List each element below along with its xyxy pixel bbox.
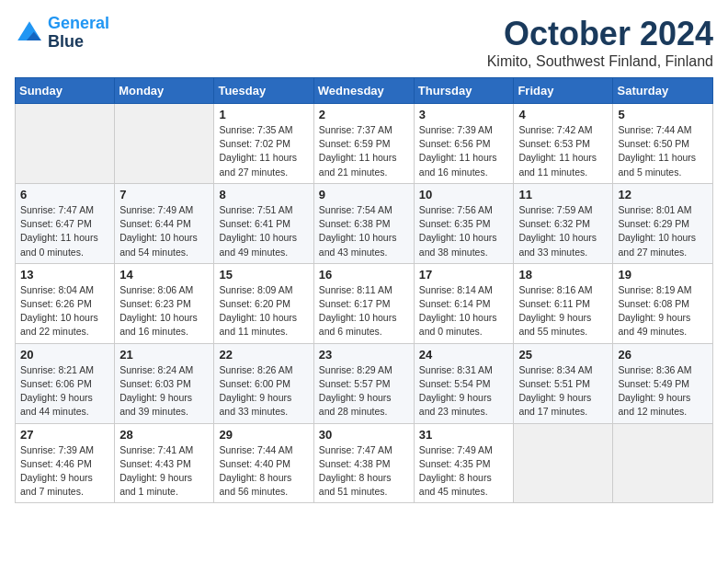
weekday-header-saturday: Saturday [613, 78, 713, 104]
day-number: 27 [20, 428, 109, 442]
day-number: 2 [319, 108, 409, 121]
calendar-table: SundayMondayTuesdayWednesdayThursdayFrid… [15, 77, 713, 503]
day-number: 29 [219, 428, 308, 442]
day-info: Sunrise: 7:44 AM Sunset: 6:50 PM Dayligh… [618, 123, 708, 179]
day-info: Sunrise: 7:37 AM Sunset: 6:59 PM Dayligh… [319, 123, 409, 179]
day-number: 31 [419, 428, 509, 442]
calendar-cell: 29Sunrise: 7:44 AM Sunset: 4:40 PM Dayli… [214, 423, 313, 503]
day-number: 24 [419, 348, 509, 362]
calendar-cell: 27Sunrise: 7:39 AM Sunset: 4:46 PM Dayli… [16, 423, 115, 503]
calendar-cell: 20Sunrise: 8:21 AM Sunset: 6:06 PM Dayli… [16, 343, 115, 423]
calendar-cell: 11Sunrise: 7:59 AM Sunset: 6:32 PM Dayli… [514, 183, 613, 263]
calendar-cell: 16Sunrise: 8:11 AM Sunset: 6:17 PM Dayli… [313, 263, 414, 343]
logo: General Blue [15, 15, 109, 52]
day-info: Sunrise: 7:39 AM Sunset: 4:46 PM Dayligh… [20, 443, 109, 500]
calendar-week-2: 6Sunrise: 7:47 AM Sunset: 6:47 PM Daylig… [16, 183, 713, 263]
day-number: 18 [518, 268, 608, 282]
page-header: General Blue October 2024 Kimito, Southw… [15, 15, 713, 70]
day-number: 25 [518, 348, 608, 362]
day-info: Sunrise: 8:34 AM Sunset: 5:51 PM Dayligh… [518, 363, 608, 419]
day-number: 15 [219, 268, 308, 282]
day-info: Sunrise: 7:54 AM Sunset: 6:38 PM Dayligh… [319, 203, 409, 259]
calendar-cell: 31Sunrise: 7:49 AM Sunset: 4:35 PM Dayli… [414, 423, 514, 503]
day-info: Sunrise: 8:19 AM Sunset: 6:08 PM Dayligh… [618, 283, 708, 339]
calendar-cell: 18Sunrise: 8:16 AM Sunset: 6:11 PM Dayli… [514, 263, 613, 343]
day-info: Sunrise: 7:41 AM Sunset: 4:43 PM Dayligh… [119, 443, 209, 500]
calendar-cell [16, 104, 115, 184]
weekday-header-sunday: Sunday [16, 78, 115, 104]
calendar-week-3: 13Sunrise: 8:04 AM Sunset: 6:26 PM Dayli… [16, 263, 713, 343]
calendar-cell: 14Sunrise: 8:06 AM Sunset: 6:23 PM Dayli… [115, 263, 214, 343]
day-info: Sunrise: 7:42 AM Sunset: 6:53 PM Dayligh… [518, 123, 608, 179]
day-number: 23 [319, 348, 409, 362]
calendar-cell: 3Sunrise: 7:39 AM Sunset: 6:56 PM Daylig… [414, 104, 514, 184]
calendar-cell: 23Sunrise: 8:29 AM Sunset: 5:57 PM Dayli… [313, 343, 414, 423]
day-number: 5 [618, 108, 708, 121]
day-number: 4 [518, 108, 608, 121]
day-number: 9 [319, 188, 409, 201]
day-info: Sunrise: 8:11 AM Sunset: 6:17 PM Dayligh… [319, 283, 409, 339]
calendar-cell: 10Sunrise: 7:56 AM Sunset: 6:35 PM Dayli… [414, 183, 514, 263]
calendar-cell: 22Sunrise: 8:26 AM Sunset: 6:00 PM Dayli… [214, 343, 313, 423]
day-number: 19 [618, 268, 708, 282]
logo-text: General Blue [48, 15, 109, 52]
day-number: 17 [419, 268, 509, 282]
calendar-cell: 5Sunrise: 7:44 AM Sunset: 6:50 PM Daylig… [613, 104, 713, 184]
calendar-cell: 8Sunrise: 7:51 AM Sunset: 6:41 PM Daylig… [214, 183, 313, 263]
weekday-header-tuesday: Tuesday [214, 78, 313, 104]
day-info: Sunrise: 8:21 AM Sunset: 6:06 PM Dayligh… [20, 363, 109, 419]
calendar-cell [613, 423, 713, 503]
day-info: Sunrise: 7:56 AM Sunset: 6:35 PM Dayligh… [419, 203, 509, 259]
day-number: 8 [219, 188, 308, 201]
day-number: 1 [219, 108, 308, 121]
calendar-cell: 15Sunrise: 8:09 AM Sunset: 6:20 PM Dayli… [214, 263, 313, 343]
day-info: Sunrise: 7:51 AM Sunset: 6:41 PM Dayligh… [219, 203, 308, 259]
day-number: 22 [219, 348, 308, 362]
day-info: Sunrise: 8:06 AM Sunset: 6:23 PM Dayligh… [119, 283, 209, 339]
day-info: Sunrise: 8:16 AM Sunset: 6:11 PM Dayligh… [518, 283, 608, 339]
calendar-cell: 12Sunrise: 8:01 AM Sunset: 6:29 PM Dayli… [613, 183, 713, 263]
calendar-cell: 13Sunrise: 8:04 AM Sunset: 6:26 PM Dayli… [16, 263, 115, 343]
weekday-header-wednesday: Wednesday [313, 78, 414, 104]
day-number: 11 [518, 188, 608, 201]
calendar-cell [115, 104, 214, 184]
day-info: Sunrise: 8:24 AM Sunset: 6:03 PM Dayligh… [119, 363, 209, 419]
day-info: Sunrise: 8:04 AM Sunset: 6:26 PM Dayligh… [20, 283, 109, 339]
day-info: Sunrise: 8:26 AM Sunset: 6:00 PM Dayligh… [219, 363, 308, 419]
day-info: Sunrise: 8:01 AM Sunset: 6:29 PM Dayligh… [618, 203, 708, 259]
calendar-cell: 26Sunrise: 8:36 AM Sunset: 5:49 PM Dayli… [613, 343, 713, 423]
calendar-cell: 1Sunrise: 7:35 AM Sunset: 7:02 PM Daylig… [214, 104, 313, 184]
day-info: Sunrise: 8:36 AM Sunset: 5:49 PM Dayligh… [618, 363, 708, 419]
calendar-cell: 24Sunrise: 8:31 AM Sunset: 5:54 PM Dayli… [414, 343, 514, 423]
day-number: 21 [119, 348, 209, 362]
calendar-cell: 25Sunrise: 8:34 AM Sunset: 5:51 PM Dayli… [514, 343, 613, 423]
calendar-cell: 2Sunrise: 7:37 AM Sunset: 6:59 PM Daylig… [313, 104, 414, 184]
day-number: 13 [20, 268, 109, 282]
calendar-cell: 7Sunrise: 7:49 AM Sunset: 6:44 PM Daylig… [115, 183, 214, 263]
day-number: 30 [319, 428, 409, 442]
calendar-week-1: 1Sunrise: 7:35 AM Sunset: 7:02 PM Daylig… [16, 104, 713, 184]
day-number: 10 [419, 188, 509, 201]
day-number: 12 [618, 188, 708, 201]
day-number: 6 [20, 188, 109, 201]
calendar-cell: 28Sunrise: 7:41 AM Sunset: 4:43 PM Dayli… [115, 423, 214, 503]
day-info: Sunrise: 8:29 AM Sunset: 5:57 PM Dayligh… [319, 363, 409, 419]
day-info: Sunrise: 7:47 AM Sunset: 6:47 PM Dayligh… [20, 203, 109, 259]
day-info: Sunrise: 8:09 AM Sunset: 6:20 PM Dayligh… [219, 283, 308, 339]
day-number: 14 [119, 268, 209, 282]
location: Kimito, Southwest Finland, Finland [487, 53, 713, 70]
day-info: Sunrise: 7:39 AM Sunset: 6:56 PM Dayligh… [419, 123, 509, 179]
calendar-cell: 6Sunrise: 7:47 AM Sunset: 6:47 PM Daylig… [16, 183, 115, 263]
day-number: 3 [419, 108, 509, 121]
logo-icon [15, 18, 44, 48]
day-info: Sunrise: 7:44 AM Sunset: 4:40 PM Dayligh… [219, 443, 308, 500]
day-number: 16 [319, 268, 409, 282]
day-info: Sunrise: 7:59 AM Sunset: 6:32 PM Dayligh… [518, 203, 608, 259]
calendar-cell [514, 423, 613, 503]
weekday-header-thursday: Thursday [414, 78, 514, 104]
day-info: Sunrise: 8:14 AM Sunset: 6:14 PM Dayligh… [419, 283, 509, 339]
day-info: Sunrise: 7:47 AM Sunset: 4:38 PM Dayligh… [319, 443, 409, 500]
calendar-cell: 30Sunrise: 7:47 AM Sunset: 4:38 PM Dayli… [313, 423, 414, 503]
day-number: 7 [119, 188, 209, 201]
weekday-header-friday: Friday [514, 78, 613, 104]
